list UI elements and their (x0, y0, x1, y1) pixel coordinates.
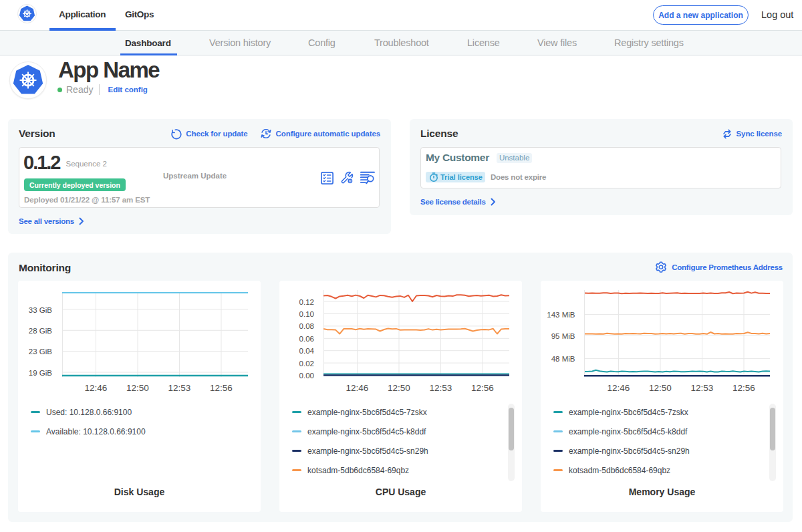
svg-text:12:56: 12:56 (732, 383, 755, 393)
svg-text:12:46: 12:46 (608, 383, 630, 393)
svg-text:12:53: 12:53 (691, 383, 714, 393)
svg-text:0.12: 0.12 (299, 298, 314, 306)
svg-text:19 GiB: 19 GiB (29, 369, 52, 377)
svg-text:12:46: 12:46 (85, 383, 108, 393)
svg-text:143 MiB: 143 MiB (547, 311, 575, 319)
svg-text:12:56: 12:56 (471, 383, 494, 393)
svg-text:12:56: 12:56 (210, 383, 233, 393)
svg-text:0.00: 0.00 (299, 372, 314, 380)
svg-text:12:50: 12:50 (126, 383, 149, 393)
svg-text:12:50: 12:50 (388, 383, 410, 393)
svg-text:12:53: 12:53 (430, 383, 452, 393)
svg-text:12:46: 12:46 (346, 383, 369, 393)
svg-text:12:53: 12:53 (168, 383, 191, 393)
svg-text:28 GiB: 28 GiB (29, 327, 52, 335)
svg-text:23 GiB: 23 GiB (29, 348, 52, 356)
svg-text:48 MiB: 48 MiB (551, 355, 575, 363)
svg-text:95 MiB: 95 MiB (551, 332, 575, 340)
svg-text:0.02: 0.02 (299, 360, 314, 368)
svg-text:12:50: 12:50 (649, 383, 672, 393)
svg-text:33 GiB: 33 GiB (29, 306, 52, 314)
svg-text:0.04: 0.04 (299, 347, 315, 355)
svg-text:0.08: 0.08 (299, 322, 314, 330)
svg-text:0.06: 0.06 (299, 335, 314, 343)
svg-text:0.10: 0.10 (299, 310, 314, 318)
